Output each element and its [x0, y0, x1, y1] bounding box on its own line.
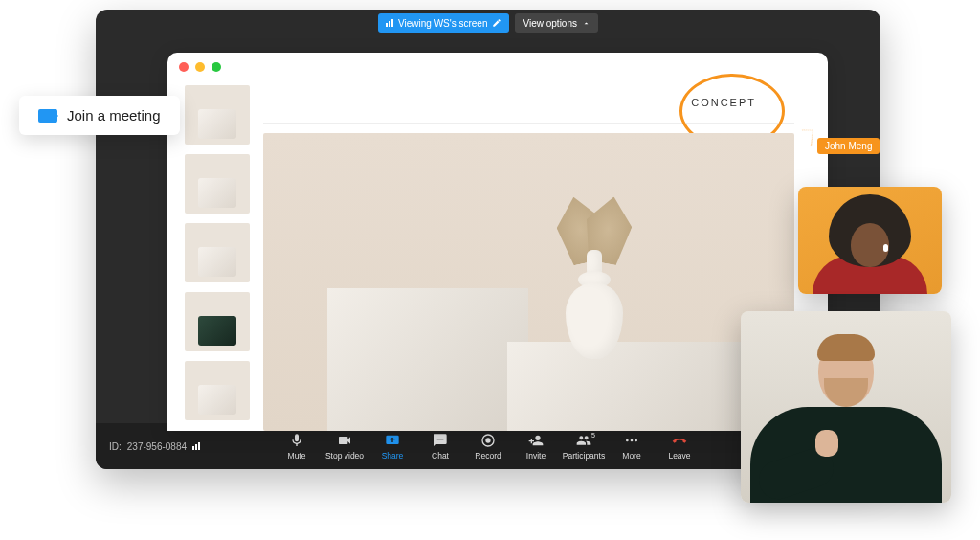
share-screen-icon	[385, 433, 400, 448]
chat-label: Chat	[432, 451, 449, 461]
concept-label: CONCEPT	[691, 97, 756, 108]
record-label: Record	[475, 451, 501, 461]
hangup-icon	[672, 433, 687, 448]
thumbnail[interactable]	[185, 85, 250, 145]
camera-icon	[337, 433, 352, 448]
join-meeting-chip[interactable]: Join a meeting	[19, 96, 180, 135]
zoom-dot-icon[interactable]	[212, 62, 221, 72]
invite-icon	[528, 433, 544, 448]
participant-video-tile[interactable]	[798, 187, 942, 294]
invite-button[interactable]: Invite	[513, 425, 559, 467]
thumbnail[interactable]	[185, 292, 250, 351]
view-options-dropdown[interactable]: View options	[515, 13, 598, 33]
participant-video-tile[interactable]	[741, 311, 951, 503]
svg-point-4	[635, 439, 637, 441]
signal-icon	[386, 19, 393, 27]
meeting-id-value: 237-956-0884	[127, 441, 187, 452]
svg-point-2	[626, 439, 629, 441]
concept-header: CONCEPT	[263, 81, 794, 124]
participants-icon	[576, 433, 591, 448]
top-notification-strip: Viewing WS's screen View options	[96, 10, 880, 36]
more-icon	[624, 433, 639, 448]
cursor-name-label: John Meng	[817, 138, 880, 154]
minimize-dot-icon[interactable]	[195, 62, 205, 72]
view-options-label: View options	[523, 18, 577, 29]
more-button[interactable]: More	[609, 425, 655, 467]
shared-body: CONCEPT	[167, 81, 828, 431]
shared-screen-window: CONCEPT	[167, 53, 828, 431]
hero-image	[263, 133, 794, 431]
close-dot-icon[interactable]	[179, 62, 189, 72]
viewing-label: Viewing WS's screen	[398, 18, 487, 29]
join-meeting-label: Join a meeting	[67, 107, 161, 124]
window-traffic-lights	[167, 53, 828, 81]
record-icon	[480, 433, 496, 448]
thumbnail-strip	[185, 81, 250, 431]
microphone-icon	[289, 433, 304, 448]
thumbnail[interactable]	[185, 223, 250, 282]
thumbnail[interactable]	[185, 361, 250, 420]
chat-icon	[433, 433, 448, 448]
pedestal	[327, 288, 529, 431]
stop-video-label: Stop video	[325, 451, 364, 461]
meeting-id[interactable]: ID: 237-956-0884	[109, 441, 200, 452]
edit-icon[interactable]	[492, 18, 501, 28]
shared-main-area: CONCEPT	[263, 81, 794, 431]
share-label: Share	[382, 451, 404, 461]
participants-label: Participants	[563, 451, 605, 461]
meeting-id-prefix: ID:	[109, 441, 122, 452]
chat-button[interactable]: Chat	[417, 425, 463, 467]
thumbnail[interactable]	[185, 154, 250, 214]
remote-cursor: John Meng	[806, 124, 880, 154]
leave-button[interactable]: Leave	[657, 425, 702, 467]
more-label: More	[622, 451, 640, 461]
viewing-screen-badge: Viewing WS's screen	[378, 13, 509, 33]
participant-avatar	[798, 187, 942, 294]
chevron-up-icon	[582, 19, 590, 28]
invite-label: Invite	[526, 451, 546, 461]
share-button[interactable]: Share	[369, 425, 415, 467]
leave-label: Leave	[668, 451, 690, 461]
control-buttons: Mute Stop video Share Chat Record Invite	[274, 425, 702, 467]
vase	[561, 235, 628, 359]
mute-label: Mute	[288, 451, 306, 461]
svg-point-3	[631, 439, 634, 441]
participants-count-badge: 5	[591, 432, 595, 439]
signal-icon	[192, 442, 200, 450]
participants-button[interactable]: 5 Participants	[561, 425, 607, 467]
stop-video-button[interactable]: Stop video	[322, 425, 368, 467]
mute-button[interactable]: Mute	[274, 425, 320, 467]
video-camera-icon	[38, 109, 57, 123]
participant-avatar	[741, 311, 951, 503]
svg-point-1	[485, 438, 490, 442]
record-button[interactable]: Record	[465, 425, 511, 467]
